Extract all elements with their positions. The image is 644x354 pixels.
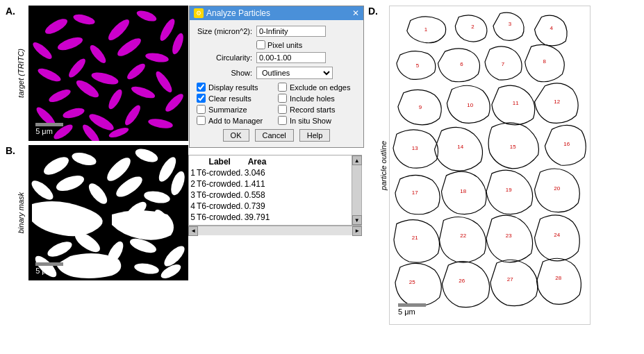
record-starts-checkbox[interactable] [278,105,287,114]
row-index-2: 3 [190,190,195,200]
in-situ-show-checkbox[interactable] [278,116,287,125]
exclude-on-edges-checkbox[interactable] [278,83,287,92]
row-area-2: 0.558 [245,190,270,200]
dialog-icon: ⚙ [194,8,204,18]
scale-label-a: 5 μm [35,127,53,135]
particle-outline-image: 1 2 3 4 5 6 7 8 9 10 11 [389,6,591,325]
panel-a-side-text: target (TRITC) [17,49,26,98]
svg-point-16 [47,87,72,104]
svg-point-11 [36,66,63,84]
add-to-manager-checkbox[interactable] [197,116,206,125]
svg-point-29 [41,153,72,178]
size-input[interactable] [256,26,326,37]
record-starts-row: Record starts [278,105,356,114]
svg-text:20: 20 [554,185,560,192]
summarize-label: Summarize [208,106,247,114]
panel-b-label: B. [6,145,15,156]
svg-text:6: 6 [460,61,463,67]
svg-point-17 [74,77,101,100]
display-results-label: Display results [208,83,258,92]
scale-bar-d-container: 5 μm [398,303,426,316]
svg-text:9: 9 [419,104,422,110]
svg-point-32 [133,146,159,165]
table-row: 4 T6-crowded. 0.739 [190,201,270,211]
middle-column: C. ⚙ Analyze Particles ✕ Size (micron^2)… [176,6,364,348]
svg-point-35 [54,172,86,194]
svg-point-18 [106,87,124,111]
svg-text:2: 2 [471,24,474,30]
svg-point-9 [145,51,170,64]
include-holes-label: Include holes [290,94,335,103]
scroll-down-arrow[interactable]: ▼ [352,215,362,225]
include-holes-checkbox[interactable] [278,94,287,103]
svg-point-12 [67,56,88,80]
row-label-1: T6-crowded. [197,179,243,189]
svg-text:14: 14 [457,144,463,150]
clear-results-checkbox[interactable] [197,94,206,103]
svg-text:12: 12 [554,99,560,105]
svg-point-6 [56,35,84,53]
panel-d-side-text: particle outline [379,141,388,190]
right-column: D. particle outline [368,6,638,348]
scale-bar-b: 5 μm [35,262,63,275]
exclude-on-edges-row: Exclude on edges [278,83,356,92]
svg-text:13: 13 [412,145,418,151]
ok-button[interactable]: OK [223,129,249,142]
table-row: 5 T6-crowded. 39.791 [190,212,270,222]
summarize-checkbox[interactable] [197,105,206,114]
scroll-up-arrow[interactable]: ▲ [352,155,362,165]
row-area-4: 39.791 [245,212,270,222]
checkbox-grid: Display results Exclude on edges Clear r… [197,83,356,125]
row-label-4: T6-crowded. [197,212,243,222]
svg-text:5: 5 [416,62,420,69]
vertical-scrollbar[interactable]: ▲ ▼ [352,155,361,225]
horizontal-scrollbar[interactable]: ◄ ► [188,226,362,235]
pixel-units-label: Pixel units [267,41,302,49]
help-button[interactable]: Help [299,129,331,142]
results-table: Label Area 1 T6-crowded. 3.046 2 T6-crow… [189,155,271,224]
svg-point-15 [154,69,174,94]
svg-text:27: 27 [507,276,513,283]
display-results-row: Display results [197,83,275,92]
in-situ-show-label: In situ Show [290,117,331,125]
svg-text:28: 28 [555,275,561,281]
row-area-0: 3.046 [245,168,270,178]
show-select[interactable]: Outlines Nothing Masks Ellipses Count Ma… [256,67,333,79]
scale-label-d: 5 μm [398,307,415,316]
col-header-index [190,157,195,167]
svg-point-34 [28,178,56,203]
row-index-3: 4 [190,201,195,211]
svg-text:10: 10 [467,102,473,108]
add-to-manager-label: Add to Manager [208,117,263,125]
svg-text:8: 8 [543,58,546,65]
svg-text:11: 11 [513,100,519,106]
dialog-close-button[interactable]: ✕ [352,8,359,18]
show-label: Show: [197,69,252,77]
circularity-input[interactable] [256,52,326,63]
table-row: 2 T6-crowded. 1.411 [190,179,270,189]
pixel-units-checkbox[interactable] [256,40,265,49]
scale-bar-a: 5 μm [35,123,63,135]
scroll-left-arrow[interactable]: ◄ [188,226,198,236]
add-to-manager-row: Add to Manager [197,116,275,125]
results-table-container: Label Area 1 T6-crowded. 3.046 2 T6-crow… [188,155,362,226]
tritc-image: 5 μm [28,6,188,141]
svg-point-30 [71,151,98,168]
svg-point-14 [125,61,147,82]
scroll-right-arrow[interactable]: ► [352,226,362,236]
svg-text:25: 25 [409,279,415,285]
svg-point-0 [43,16,69,37]
svg-text:22: 22 [460,233,466,239]
svg-point-36 [85,180,110,207]
row-index-0: 1 [190,168,195,178]
main-container: A. target (TRITC) [0,0,644,354]
cancel-button[interactable]: Cancel [255,129,294,142]
svg-point-10 [170,32,185,56]
clear-results-row: Clear results [197,94,275,103]
svg-text:19: 19 [506,187,512,193]
svg-text:18: 18 [460,188,466,194]
svg-point-20 [163,92,186,115]
svg-text:15: 15 [510,144,516,150]
display-results-checkbox[interactable] [197,83,206,92]
row-label-0: T6-crowded. [197,168,243,178]
